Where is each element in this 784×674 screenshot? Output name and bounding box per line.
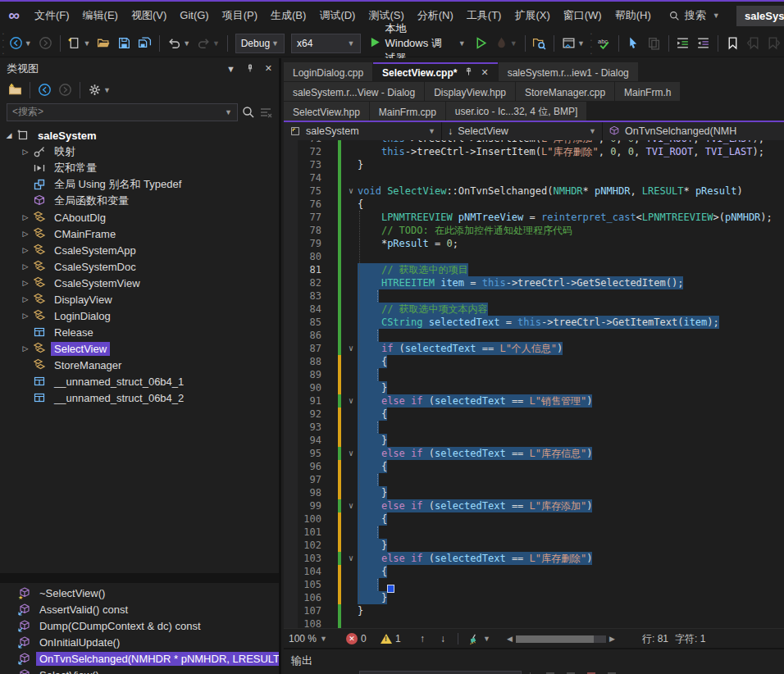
member-item-~SelectView[interactable]: ★~SelectView() xyxy=(0,585,279,601)
member-item-SelectView[interactable]: ★SelectView() xyxy=(0,667,279,674)
expander-collapsed-icon[interactable]: ▷ xyxy=(20,246,31,254)
tree-item-CsaleSystemView[interactable]: ▷CsaleSystemView xyxy=(0,275,279,291)
scroll-right-icon[interactable]: ▶ xyxy=(609,635,615,643)
code-line-76[interactable]: 76{ xyxy=(284,198,784,211)
warning-indicator[interactable]: 1 xyxy=(381,629,401,649)
tab-MainFrm.cpp[interactable]: MainFrm.cpp xyxy=(370,102,445,121)
tree-item-__unnamed_struct_06b4_1[interactable]: __unnamed_struct_06b4_1 xyxy=(0,373,279,389)
window-position-icon[interactable]: ▼ xyxy=(226,64,235,74)
menu-扩展(X)[interactable]: 扩展(X) xyxy=(508,2,556,30)
performance-profiler-button[interactable]: ▼ xyxy=(492,33,520,54)
expander-collapsed-icon[interactable]: ▷ xyxy=(20,230,31,238)
code-editor[interactable]: 71 this->treeCtrl->InsertItem(L"库存添加", 0… xyxy=(284,140,784,628)
next-issue-button[interactable]: ↓ xyxy=(440,629,445,649)
save-button[interactable] xyxy=(115,33,134,54)
class-view-splitter[interactable] xyxy=(0,573,279,583)
search-icon[interactable] xyxy=(242,106,255,119)
class-view-search-input[interactable]: <搜索> ▼ xyxy=(7,103,238,121)
search-box[interactable]: 搜索 ▼ xyxy=(669,8,720,23)
class-view-new-folder-button[interactable] xyxy=(6,80,25,101)
zoom-control[interactable]: 100 % ▼ xyxy=(289,629,327,649)
expander-collapsed-icon[interactable]: ▷ xyxy=(20,148,31,156)
window-navigate-button[interactable]: ▼ xyxy=(559,33,587,54)
scrollbar-thumb[interactable] xyxy=(516,635,594,643)
class-view-forward-button[interactable] xyxy=(56,80,75,101)
close-icon[interactable]: ✕ xyxy=(481,67,488,78)
menu-调试(D)[interactable]: 调试(D) xyxy=(312,2,362,30)
tree-item-DisplayView[interactable]: ▷DisplayView xyxy=(0,291,279,307)
expander-expanded-icon[interactable]: ◢ xyxy=(3,131,15,139)
go-to-selection-button[interactable] xyxy=(624,33,643,54)
solution-configurations[interactable]: Debug▼ xyxy=(235,34,285,53)
new-file-button[interactable]: ▼ xyxy=(65,33,93,54)
start-without-debugging-button[interactable] xyxy=(472,33,490,54)
open-file-button[interactable] xyxy=(94,33,113,54)
tree-item-映射[interactable]: ▷映射 xyxy=(0,143,279,160)
code-line-75[interactable]: 75∨void SelectView::OnTvnSelchanged(NMHD… xyxy=(284,184,784,198)
tab-LoginDialog.cpp[interactable]: LoginDialog.cpp xyxy=(284,62,372,81)
menu-项目(P)[interactable]: 项目(P) xyxy=(216,2,264,30)
increase-line-indent-button[interactable] xyxy=(673,33,692,54)
solution-name-badge[interactable]: saleSys xyxy=(736,6,784,26)
expander-collapsed-icon[interactable]: ▷ xyxy=(20,344,31,353)
class-view-settings-button[interactable]: ▼ xyxy=(85,80,113,101)
tab-SelectView.cpp*[interactable]: SelectView.cpp*✕ xyxy=(373,62,498,81)
fold-collapse-icon[interactable]: ∨ xyxy=(344,394,358,408)
tree-item-宏和常量[interactable]: 宏和常量 xyxy=(0,160,279,176)
member-item-AssertValid[interactable]: AssertValid() const xyxy=(0,601,279,617)
tab-saleSystem.r...iew1 - Dialog[interactable]: saleSystem.r...iew1 - Dialog xyxy=(499,62,638,81)
start-debugging[interactable]: 本地 Windows 调试器▼ xyxy=(364,33,471,54)
navigate-forward-button[interactable] xyxy=(36,33,55,54)
tree-item-LoginDialog[interactable]: ▷LoginDialog xyxy=(0,307,279,324)
find-in-files-button[interactable] xyxy=(530,33,549,54)
previous-bookmark-button[interactable] xyxy=(744,33,763,54)
code-line-74[interactable]: 74 xyxy=(284,171,784,184)
breadcrumb-project-dropdown[interactable]: saleSystem ▼ xyxy=(284,122,442,140)
menu-帮助(H)[interactable]: 帮助(H) xyxy=(609,2,658,30)
undo-button[interactable]: ▼ xyxy=(165,33,193,54)
error-indicator[interactable]: ✕ 0 xyxy=(346,629,367,649)
class-view-back-button[interactable] xyxy=(35,80,54,101)
pin-icon[interactable] xyxy=(464,67,473,78)
toolbar-grip[interactable]: ●●●● xyxy=(2,30,3,57)
breadcrumb-member-dropdown[interactable]: OnTvnSelchanged(NMH xyxy=(603,122,784,140)
fold-collapse-icon[interactable]: ∨ xyxy=(344,342,358,355)
tree-item-saleSystem[interactable]: ◢saleSystem xyxy=(0,127,279,143)
spell-checker-button[interactable]: abc xyxy=(595,33,613,54)
member-item-Dump[interactable]: Dump(CDumpContext & dc) const xyxy=(0,617,279,634)
code-line-107[interactable]: 107} xyxy=(284,604,784,617)
code-line-108[interactable]: 108 xyxy=(284,617,784,628)
tree-item-CsaleSystemDoc[interactable]: ▷CsaleSystemDoc xyxy=(0,258,279,275)
menu-Git(G)[interactable]: Git(G) xyxy=(173,2,215,30)
menu-生成(B)[interactable]: 生成(B) xyxy=(264,2,312,30)
pin-icon[interactable] xyxy=(245,63,255,75)
tab-user.ico - Ic...32, 4 位, BMP][interactable]: user.ico - Ic...32, 4 位, BMP] xyxy=(446,102,586,121)
fold-collapse-icon[interactable]: ∨ xyxy=(344,552,358,565)
tree-item-全局函数和变量[interactable]: 全局函数和变量 xyxy=(0,193,279,209)
expander-collapsed-icon[interactable]: ▷ xyxy=(20,213,31,221)
tab-DisplayView.hpp[interactable]: DisplayView.hpp xyxy=(425,82,515,101)
menu-文件(F)[interactable]: 文件(F) xyxy=(28,2,76,30)
tree-item-CAboutDlg[interactable]: ▷CAboutDlg xyxy=(0,209,279,225)
code-line-72[interactable]: 72 this->treeCtrl->InsertItem(L"库存删除", 0… xyxy=(284,145,784,158)
scroll-left-icon[interactable]: ◀ xyxy=(507,635,513,643)
decrease-line-indent-button[interactable] xyxy=(694,33,713,54)
horizontal-scrollbar[interactable]: ◀ ▶ xyxy=(507,629,630,649)
menu-视图(V)[interactable]: 视图(V) xyxy=(125,2,173,30)
menu-工具(T)[interactable]: 工具(T) xyxy=(460,2,508,30)
code-line-73[interactable]: 73} xyxy=(284,158,784,171)
breadcrumb-type-dropdown[interactable]: ↓ SelectView ▼ xyxy=(442,122,603,140)
tree-item-Release[interactable]: Release xyxy=(0,324,279,340)
tab-SelectView.hpp[interactable]: SelectView.hpp xyxy=(284,102,369,121)
redo-button[interactable]: ▼ xyxy=(194,33,222,54)
member-item-OnInitialUpdate[interactable]: OnInitialUpdate() xyxy=(0,634,279,650)
tree-item-__unnamed_struct_06b4_2[interactable]: __unnamed_struct_06b4_2 xyxy=(0,389,279,406)
tab-saleSystem.r...View - Dialog[interactable]: saleSystem.r...View - Dialog xyxy=(284,82,424,101)
tree-item-StoreManager[interactable]: StoreManager xyxy=(0,357,279,373)
expander-collapsed-icon[interactable]: ▷ xyxy=(20,295,31,303)
duplicate-button[interactable] xyxy=(645,33,663,54)
tab-StoreManager.cpp[interactable]: StoreManager.cpp xyxy=(516,82,614,101)
close-icon[interactable]: ✕ xyxy=(265,63,272,74)
tree-item-SelectView[interactable]: ▷SelectView xyxy=(0,340,279,357)
expander-collapsed-icon[interactable]: ▷ xyxy=(20,279,31,287)
